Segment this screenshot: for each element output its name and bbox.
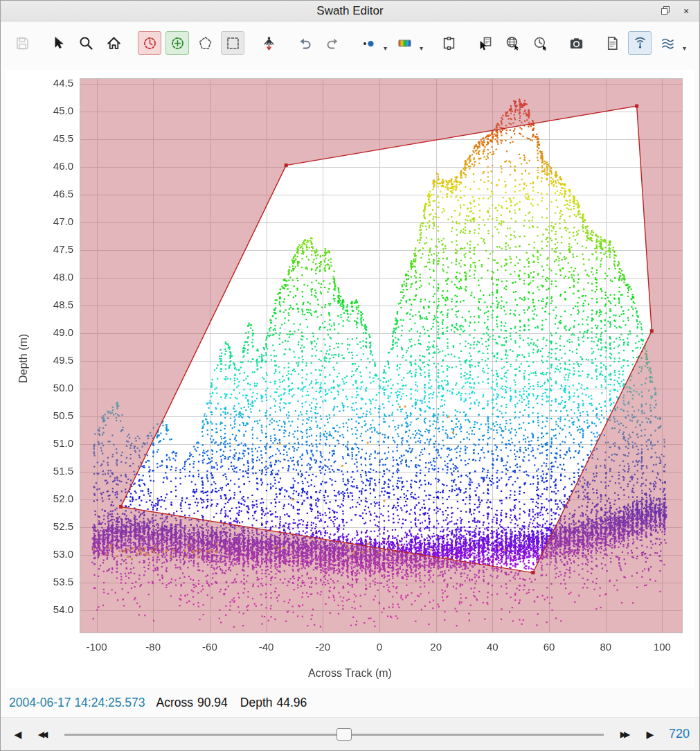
rectangle-select-button[interactable] bbox=[221, 31, 244, 55]
dropdown-arrow-icon: ▾ bbox=[420, 45, 423, 52]
cursor-page-icon bbox=[477, 35, 493, 51]
home-view-button[interactable] bbox=[102, 31, 125, 55]
titlebar[interactable]: Swath Editor × bbox=[1, 1, 699, 21]
toolbar-group: ▾▾ bbox=[357, 31, 424, 55]
float-window-button[interactable] bbox=[658, 3, 673, 19]
camera-icon bbox=[568, 35, 584, 51]
fast-back-button[interactable]: ◀◀ bbox=[33, 724, 53, 745]
colormap-dropdown[interactable]: ▾ bbox=[393, 31, 424, 55]
dropdown-arrow-icon: ▾ bbox=[683, 45, 686, 52]
circle-dashed-green-icon bbox=[170, 35, 186, 51]
depth-readout: Depth 44.96 bbox=[240, 696, 307, 710]
polygon-select-button[interactable] bbox=[193, 31, 217, 55]
swath-plot-panel: Depth (m) Across Track (m) bbox=[6, 70, 694, 688]
clock-cursor-icon bbox=[532, 35, 548, 51]
across-readout: Across 90.94 bbox=[156, 696, 228, 710]
dropdown-arrow-icon: ▾ bbox=[384, 45, 387, 52]
toolbar-group bbox=[293, 31, 344, 55]
point-size-dropdown[interactable]: ▾ bbox=[357, 31, 388, 55]
toolbar-group bbox=[564, 31, 588, 55]
ping-slider-track[interactable] bbox=[64, 734, 604, 736]
undo-icon bbox=[297, 35, 313, 51]
step-forward-button[interactable]: ▶ bbox=[640, 724, 661, 745]
across-label: Across bbox=[156, 696, 193, 710]
close-button[interactable]: × bbox=[679, 3, 694, 19]
circle-dashed-red-icon bbox=[142, 35, 158, 51]
home-icon bbox=[106, 35, 122, 51]
pick-position-button[interactable] bbox=[501, 31, 524, 55]
ping-timestamp: 2004-06-17 14:24:25.573 bbox=[9, 696, 145, 710]
selection-box-button[interactable] bbox=[437, 31, 460, 55]
floppy-icon bbox=[15, 35, 30, 51]
swath-editor-window: Swath Editor × ▾▾▾ Depth (m) Across Trac… bbox=[0, 0, 700, 751]
swath-icon bbox=[632, 35, 648, 51]
polygon-dashed-icon bbox=[197, 35, 213, 51]
ping-slider-handle[interactable] bbox=[336, 728, 352, 741]
dot-size-icon bbox=[361, 35, 377, 51]
pick-info-button[interactable] bbox=[473, 31, 496, 55]
reject-circle-select-button[interactable] bbox=[138, 31, 161, 55]
toolbar-group bbox=[10, 31, 34, 55]
rect-handles-icon bbox=[441, 35, 457, 51]
multi-swath-dropdown[interactable]: ▾ bbox=[656, 31, 688, 55]
window-title: Swath Editor bbox=[1, 4, 699, 18]
pointer-tool-button[interactable] bbox=[46, 31, 70, 55]
redo-icon bbox=[325, 35, 341, 51]
depth-value: 44.96 bbox=[277, 696, 307, 710]
toolbar-group bbox=[473, 31, 552, 55]
cursor-icon bbox=[51, 35, 66, 51]
rect-dashed-icon bbox=[225, 35, 241, 51]
multiswath-icon bbox=[660, 35, 676, 51]
save-button[interactable] bbox=[10, 31, 34, 55]
zoom-tool-button[interactable] bbox=[74, 31, 98, 55]
float-window-icon bbox=[661, 6, 670, 17]
step-back-button[interactable]: ◀ bbox=[8, 724, 28, 745]
colormap-icon bbox=[397, 35, 413, 51]
ping-slider[interactable] bbox=[63, 724, 605, 745]
status-bar: 2004-06-17 14:24:25.573 Across 90.94 Dep… bbox=[1, 688, 699, 717]
zoom-icon bbox=[78, 35, 94, 51]
close-icon: × bbox=[683, 6, 689, 17]
beam-icon bbox=[261, 35, 277, 51]
titlebar-buttons: × bbox=[658, 1, 694, 21]
redo-button[interactable] bbox=[321, 31, 344, 55]
toolbar-group bbox=[46, 31, 125, 55]
beam-filter-button[interactable] bbox=[257, 31, 280, 55]
undo-button[interactable] bbox=[293, 31, 316, 55]
toolbar-group bbox=[437, 31, 460, 55]
ping-number: 720 bbox=[669, 727, 692, 741]
toolbar-group bbox=[138, 31, 244, 55]
toolbar-group bbox=[257, 31, 280, 55]
swath-view-button[interactable] bbox=[628, 31, 652, 55]
across-value: 90.94 bbox=[197, 696, 228, 710]
x-axis-title: Across Track (m) bbox=[6, 667, 694, 680]
fast-forward-button[interactable]: ▶▶ bbox=[615, 724, 636, 745]
globe-cursor-icon bbox=[505, 35, 521, 51]
profile-info-button[interactable] bbox=[600, 31, 624, 55]
depth-label: Depth bbox=[240, 696, 273, 710]
toolbar: ▾▾▾ bbox=[1, 21, 699, 64]
pick-time-button[interactable] bbox=[528, 31, 552, 55]
accept-circle-select-button[interactable] bbox=[165, 31, 189, 55]
toolbar-group: ▾ bbox=[600, 31, 688, 55]
ping-navigation-bar: ◀ ◀◀ ▶▶ ▶ 720 bbox=[1, 717, 699, 750]
y-axis-title: Depth (m) bbox=[17, 334, 30, 383]
swath-plot-canvas[interactable] bbox=[6, 70, 694, 688]
doc-lines-icon bbox=[604, 35, 620, 51]
snapshot-button[interactable] bbox=[564, 31, 588, 55]
